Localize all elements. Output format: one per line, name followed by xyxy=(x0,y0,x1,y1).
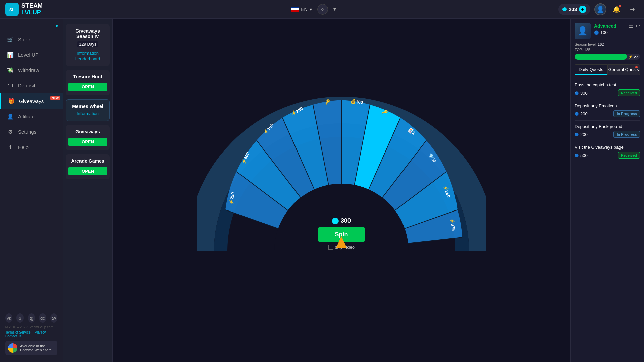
tab-daily-quests[interactable]: Daily Quests xyxy=(575,64,607,75)
general-quests-dot xyxy=(635,66,638,68)
logo-text: STEAM LVLUP xyxy=(21,3,43,16)
tab-general-quests[interactable]: General Quests xyxy=(607,64,640,75)
sidebar-item-withdraw[interactable]: 💸 Withdraw xyxy=(0,62,63,78)
flag-icon xyxy=(291,7,299,12)
quest-coin-icon-0: 🔵 xyxy=(575,91,579,95)
quest-background-reward: 🔵 200 In Progress xyxy=(575,131,640,138)
chrome-store-banner[interactable]: Available in the Chrome Web Store xyxy=(5,341,57,355)
top-value: 185 xyxy=(584,48,590,52)
user-coins: 🔵 100 xyxy=(594,30,640,35)
help-label: Help xyxy=(18,144,29,150)
help-icon: ℹ xyxy=(7,143,14,151)
withdraw-icon: 💸 xyxy=(7,66,14,74)
quest-background-amount: 200 xyxy=(580,132,588,137)
sidebar-item-deposit[interactable]: 🗃 Deposit xyxy=(0,78,63,93)
spin-coin-icon xyxy=(332,218,339,224)
vk-icon[interactable]: vk xyxy=(5,313,12,323)
sidebar-item-store[interactable]: 🛒 Store xyxy=(0,32,63,47)
giveaways-open-button[interactable]: OPEN xyxy=(68,138,107,146)
quest-giveaways-title: Visit the Giveaways page xyxy=(575,145,640,150)
skip-video-checkbox[interactable] xyxy=(328,245,333,250)
memes-title: Memes Wheel xyxy=(69,104,107,109)
sidebar-item-help[interactable]: ℹ Help xyxy=(0,139,63,155)
quest-captcha-title: Pass the captcha test xyxy=(575,82,640,87)
telegram-icon[interactable]: tg xyxy=(28,313,35,323)
topbar-center: EN ▾ ○ ▾ xyxy=(291,4,336,15)
settings-label: Settings xyxy=(18,129,36,135)
topbar: SL STEAM LVLUP EN ▾ ○ ▾ 203 + 👤 🔔 ➜ xyxy=(0,0,644,19)
quest-coin-icon-2: 🔵 xyxy=(575,133,579,136)
quest-emoticon-reward: 🔵 200 In Progress xyxy=(575,110,640,117)
add-coins-button[interactable]: + xyxy=(579,6,586,13)
sidebar-collapse-area: « xyxy=(0,21,63,32)
main-content: ⚡250 ⚡500 ⚡100 ⚡250 🔑 💰100 🔑 🃏1 xyxy=(113,19,570,362)
svg-text:SL: SL xyxy=(9,7,15,12)
privacy-link[interactable]: Privacy xyxy=(35,330,46,334)
profile-menu-icon[interactable]: ☰ xyxy=(628,23,633,29)
twitter-icon[interactable]: tw xyxy=(50,313,57,323)
history-icon[interactable]: ↩ xyxy=(636,23,640,29)
coin-display: 203 + xyxy=(558,4,590,15)
user-card: 👤 Advanced ☰ ↩ 🔵 100 xyxy=(575,23,640,39)
treasure-title: Tresure Hunt xyxy=(68,74,107,79)
levelup-icon: 📊 xyxy=(7,51,14,58)
arcade-open-button[interactable]: OPEN xyxy=(68,167,107,175)
quest-emoticon-status[interactable]: In Progress xyxy=(613,110,640,117)
lang-selector[interactable]: EN ▾ xyxy=(291,7,312,12)
season-title: Giveaways Season IV xyxy=(68,28,107,39)
coin-dot-icon xyxy=(562,7,567,11)
quest-coin-icon-1: 🔵 xyxy=(575,112,579,116)
withdraw-label: Withdraw xyxy=(18,67,39,73)
xp-value: 27 xyxy=(634,55,638,59)
giveaways-icon: 🎁 xyxy=(8,97,15,105)
spin-cost: 300 xyxy=(332,217,351,224)
topbar-right: 203 + 👤 🔔 ➜ xyxy=(558,3,639,15)
quest-captcha-reward: 🔵 300 Received xyxy=(575,89,640,96)
user-avatar-top[interactable]: 👤 xyxy=(594,3,606,15)
contact-link[interactable]: Contact us xyxy=(5,334,21,338)
user-info: Advanced ☰ ↩ 🔵 100 xyxy=(594,23,640,35)
quest-captcha-status[interactable]: Received xyxy=(618,89,640,96)
notification-badge xyxy=(619,5,621,7)
sidebar-item-affiliate[interactable]: 👤 Affiliate xyxy=(0,109,63,124)
terms-link[interactable]: Terms of Service xyxy=(5,330,30,334)
main-layout: « 🛒 Store 📊 Level UP 💸 Withdraw 🗃 Deposi… xyxy=(0,19,644,362)
logo: SL STEAM LVLUP xyxy=(5,3,68,16)
wheel-container: ⚡250 ⚡500 ⚡100 ⚡250 🔑 💰100 🔑 🃏1 xyxy=(197,97,486,284)
copyright: © 2016 – 2022 SteamLvlup.com xyxy=(5,325,57,329)
lang-dropdown-icon: ▾ xyxy=(310,7,312,12)
memes-information-link[interactable]: Information xyxy=(69,111,107,116)
xp-bar: ⚡ 27 xyxy=(575,54,640,60)
quest-background-status[interactable]: In Progress xyxy=(613,131,640,138)
quest-captcha-amount: 300 xyxy=(580,90,588,96)
giveaways-label: Giveaways xyxy=(19,98,44,104)
general-quests-label: General Quests xyxy=(608,67,639,72)
treasure-open-button[interactable]: OPEN xyxy=(68,83,107,91)
sidebar-item-levelup[interactable]: 📊 Level UP xyxy=(0,47,63,62)
steam-icon[interactable]: ♨ xyxy=(16,313,23,323)
information-link[interactable]: Information xyxy=(68,51,107,56)
affiliate-label: Affiliate xyxy=(18,114,35,119)
memes-wheel-card: Memes Wheel Information xyxy=(66,99,110,121)
giveaways-nav: Giveaways Season IV 129 Days Information… xyxy=(63,19,113,362)
theme-toggle[interactable]: ○ xyxy=(317,4,328,15)
quest-giveaways-status[interactable]: Received xyxy=(618,152,640,159)
deposit-label: Deposit xyxy=(18,83,35,88)
user-coin-amount: 100 xyxy=(600,30,608,35)
store-icon: 🛒 xyxy=(7,36,14,43)
xp-label: ⚡ 27 xyxy=(628,55,638,59)
xp-fill xyxy=(575,54,627,60)
notifications-button[interactable]: 🔔 xyxy=(610,3,623,15)
affiliate-icon: 👤 xyxy=(7,113,14,120)
giveaways-card-title: Giveaways xyxy=(68,129,107,134)
sidebar-item-giveaways[interactable]: 🎁 Giveaways NEW xyxy=(0,93,63,109)
discord-icon[interactable]: dc xyxy=(39,313,46,323)
logout-button[interactable]: ➜ xyxy=(627,3,639,15)
quest-emoticon-coins: 🔵 200 xyxy=(575,111,588,116)
arcade-card: Arcade Games OPEN xyxy=(66,154,110,179)
collapse-button[interactable]: « xyxy=(56,23,59,29)
leaderboard-link[interactable]: Leaderboard xyxy=(68,56,107,61)
quest-giveaways-amount: 500 xyxy=(580,153,588,158)
sidebar-item-settings[interactable]: ⚙ Settings xyxy=(0,124,63,139)
user-coin-icon: 🔵 xyxy=(594,30,599,35)
